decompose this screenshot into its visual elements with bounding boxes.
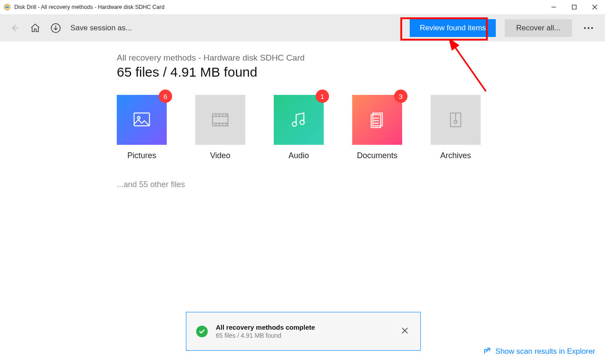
app-icon	[4, 4, 11, 11]
svg-point-12	[591, 27, 593, 29]
tile-pictures[interactable]: 6 Pictures	[117, 95, 167, 160]
category-tiles: 6 Pictures Video 1 Audio 3 Documents	[117, 95, 605, 160]
save-session-label[interactable]: Save session as...	[70, 24, 132, 33]
pictures-icon	[117, 95, 167, 145]
close-button[interactable]	[584, 0, 605, 14]
svg-point-10	[584, 27, 586, 29]
breadcrumb-subtitle: All recovery methods - Hardware disk SDH…	[117, 53, 605, 63]
toast-title: All recovery methods complete	[216, 323, 391, 331]
svg-rect-5	[572, 5, 576, 9]
svg-point-15	[137, 116, 140, 119]
badge: 1	[316, 90, 329, 103]
documents-icon	[352, 95, 402, 145]
tile-audio[interactable]: 1 Audio	[274, 95, 324, 160]
tile-documents[interactable]: 3 Documents	[352, 95, 402, 160]
tile-label: Archives	[440, 151, 471, 160]
other-files-text: ...and 55 other files	[117, 180, 605, 189]
svg-rect-1	[5, 7, 9, 8]
result-headline: 65 files / 4.91 MB found	[117, 65, 605, 80]
minimize-button[interactable]	[543, 0, 564, 14]
svg-point-3	[8, 5, 8, 6]
show-in-explorer-link[interactable]: Show scan results in Explorer	[482, 347, 595, 356]
toast-subtitle: 65 files / 4.91 MB found	[216, 332, 391, 339]
download-icon[interactable]	[47, 20, 64, 37]
window-title: Disk Drill - All recovery methods - Hard…	[14, 4, 165, 10]
badge: 6	[159, 90, 172, 103]
more-menu-button[interactable]	[578, 19, 599, 37]
tile-label: Pictures	[127, 151, 156, 160]
titlebar: Disk Drill - All recovery methods - Hard…	[0, 0, 605, 14]
audio-icon	[274, 95, 324, 145]
back-button[interactable]	[6, 20, 23, 37]
tile-label: Documents	[357, 151, 397, 160]
svg-rect-36	[454, 121, 457, 123]
check-icon	[196, 326, 208, 337]
tile-video[interactable]: Video	[195, 95, 245, 160]
svg-rect-16	[213, 114, 228, 126]
home-button[interactable]	[27, 20, 44, 37]
maximize-button[interactable]	[564, 0, 584, 14]
tile-label: Video	[210, 151, 230, 160]
toast-close-button[interactable]	[399, 324, 411, 339]
badge: 3	[394, 90, 407, 103]
review-found-items-button[interactable]: Review found items	[410, 19, 495, 37]
explorer-link-label: Show scan results in Explorer	[495, 347, 595, 356]
archives-icon	[431, 95, 481, 145]
tile-archives[interactable]: Archives	[431, 95, 481, 160]
svg-point-2	[6, 5, 7, 6]
toolbar: Save session as... Review found items Re…	[0, 14, 605, 41]
video-icon	[195, 95, 245, 145]
tile-label: Audio	[288, 151, 309, 160]
content-area: All recovery methods - Hardware disk SDH…	[0, 41, 605, 189]
completion-toast: All recovery methods complete 65 files /…	[186, 312, 421, 351]
svg-point-11	[588, 27, 589, 29]
recover-all-button[interactable]: Recover all...	[505, 19, 572, 37]
